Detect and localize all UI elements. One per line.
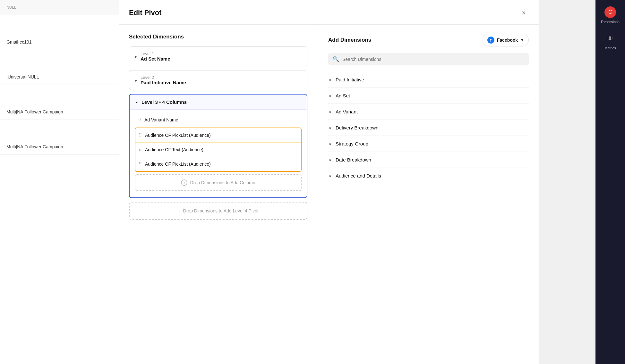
add-panel-title: Add Dimensions [328,37,371,43]
date-breakdown-label: Date Breakdown [336,157,371,162]
dimension-categories: Paid Initiative Ad Set Ad Variant Delive… [328,72,529,184]
modal-header: Edit Pivot × [119,0,539,25]
metrics-label: Metrics [604,46,616,50]
orange-row-2[interactable]: ⠿ Audience CF Text (Audience) [135,143,301,157]
modal-body: Selected Dimensions Level 1 Ad Set Name … [119,25,539,364]
bg-row-follower2: Multi|NA|Follower Campaign [0,139,122,155]
level2-content: Level 2 Paid Initiative Name [141,75,186,85]
orange-dim-1: Audience CF PickList (Audience) [145,133,211,138]
drop-plus-icon: + [181,179,187,186]
category-paid-initiative[interactable]: Paid Initiative [328,72,529,88]
orange-group: ⠿ Audience CF PickList (Audience) ⠿ Audi… [135,128,302,172]
level1-header[interactable]: Level 1 Ad Set Name [129,47,307,66]
level2-item[interactable]: Level 2 Paid Initiative Name [129,70,307,90]
drag-handle-icon-2[interactable]: ⠿ [139,133,142,138]
level1-value: Ad Set Name [141,56,170,62]
platform-chevron-icon: ▼ [520,38,524,42]
level4-plus-icon: + [178,208,180,213]
bg-row-7 [0,120,122,139]
drag-handle-icon-4[interactable]: ⠿ [139,161,142,167]
level3-container: Level 3 • 4 Columns ⠿ Ad Variant Name [129,94,307,198]
metrics-eye-icon: 👁 [604,33,616,44]
drag-handle-icon[interactable]: ⠿ [138,117,141,122]
level3-title: Level 3 • 4 Columns [141,99,187,105]
sidebar-dimensions-button[interactable]: C Dimensions [595,3,625,28]
level4-drop-zone: + Drop Dimensions to Add Level 4 Pivot [129,202,307,220]
edit-pivot-modal: Edit Pivot × Selected Dimensions Level 1… [119,0,539,364]
modal-close-button[interactable]: × [518,8,529,18]
search-icon: 🔍 [333,56,339,62]
orange-row-3[interactable]: ⠿ Audience CF PickList (Audience) [135,157,301,171]
level3-drop-zone: + Drop Dimensions to Add Column [135,174,302,191]
category-strategy-group[interactable]: Strategy Group [328,136,529,152]
bg-row-follower1: Multi|NA|Follower Campaign [0,104,122,120]
bg-row-1 [0,15,122,34]
add-dimensions-panel: Add Dimensions f Facebook ▼ 🔍 Paid I [318,25,539,364]
date-breakdown-chevron-icon [330,158,332,161]
level3-header[interactable]: Level 3 • 4 Columns [130,95,307,110]
bg-row-5 [0,85,122,104]
category-audience-details[interactable]: Audience and Details [328,168,529,184]
category-delivery-breakdown[interactable]: Delivery Breakdown [328,120,529,136]
modal-title: Edit Pivot [129,9,161,17]
level4-drop-text: Drop Dimensions to Add Level 4 Pivot [183,208,259,213]
delivery-breakdown-chevron-icon [330,126,332,129]
category-date-breakdown[interactable]: Date Breakdown [328,152,529,168]
bg-row-header: NULL [0,0,122,15]
category-ad-variant[interactable]: Ad Variant [328,104,529,120]
background-table: NULL Gmail-cc191 |Universal|NULL Multi|N… [0,0,122,364]
right-sidebar: C Dimensions 👁 Metrics [595,0,625,364]
orange-dim-3: Audience CF PickList (Audience) [145,161,211,167]
level2-header[interactable]: Level 2 Paid Initiative Name [129,70,307,90]
ad-variant-chevron-icon [330,110,332,113]
level2-chevron-icon [135,79,137,82]
ad-set-label: Ad Set [336,93,350,98]
add-panel-header: Add Dimensions f Facebook ▼ [328,34,529,46]
selected-panel-title: Selected Dimensions [129,34,307,40]
level3-body: ⠿ Ad Variant Name ⠿ Audience CF PickList… [130,110,307,197]
category-ad-set[interactable]: Ad Set [328,88,529,104]
advariant-name: Ad Variant Name [144,117,178,122]
search-input[interactable] [342,57,524,62]
paid-initiative-chevron-icon [330,78,332,81]
ad-variant-label: Ad Variant [336,109,358,114]
level3-drop-text: Drop Dimensions to Add Column [190,180,255,185]
level2-value: Paid Initiative Name [141,80,186,85]
bg-row-gmail: Gmail-cc191 [0,34,122,50]
drag-handle-icon-3[interactable]: ⠿ [139,147,142,152]
platform-dropdown-button[interactable]: f Facebook ▼ [483,34,529,46]
audience-details-label: Audience and Details [336,173,381,178]
orange-row-1[interactable]: ⠿ Audience CF PickList (Audience) [135,128,301,143]
bg-row-universal: |Universal|NULL [0,69,122,85]
audience-details-chevron-icon [330,174,332,178]
selected-dimensions-panel: Selected Dimensions Level 1 Ad Set Name … [119,25,318,364]
delivery-breakdown-label: Delivery Breakdown [336,125,378,130]
level1-item[interactable]: Level 1 Ad Set Name [129,46,307,66]
paid-initiative-label: Paid Initiative [336,77,364,82]
strategy-group-chevron-icon [330,142,332,145]
sidebar-metrics-button[interactable]: 👁 Metrics [595,29,625,54]
search-box[interactable]: 🔍 [328,53,529,65]
bg-row-3 [0,50,122,69]
orange-dim-2: Audience CF Text (Audience) [145,147,203,152]
c-icon: C [604,6,616,18]
platform-name: Facebook [497,37,518,43]
facebook-icon: f [487,37,494,44]
level2-label: Level 2 [141,75,186,80]
ad-set-chevron-icon [330,94,332,97]
dimensions-label: Dimensions [601,20,619,24]
level3-chevron-icon [135,99,138,105]
level1-chevron-icon [135,55,137,58]
strategy-group-label: Strategy Group [336,141,368,146]
level1-label: Level 1 [141,51,170,56]
level3-row-advariant[interactable]: ⠿ Ad Variant Name [135,113,302,126]
level1-content: Level 1 Ad Set Name [141,51,170,62]
